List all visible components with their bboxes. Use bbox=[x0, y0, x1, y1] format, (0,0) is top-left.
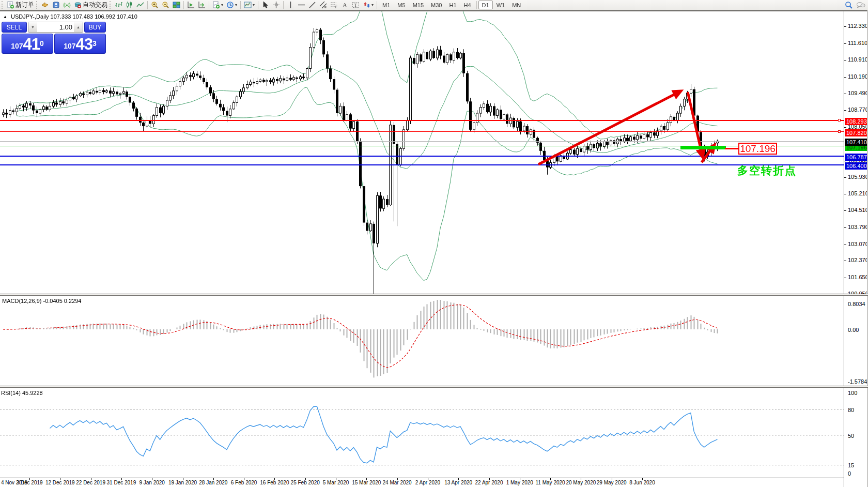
date-axis-tick bbox=[366, 478, 367, 480]
sell-button[interactable]: SELL bbox=[2, 22, 27, 33]
new-order-icon bbox=[7, 1, 14, 9]
price-callout-box[interactable]: 107.196 bbox=[738, 143, 777, 155]
timeframe-mn-button[interactable]: MN bbox=[508, 1, 524, 9]
price-axis-tick bbox=[844, 194, 846, 194]
vertical-line-icon bbox=[287, 1, 295, 9]
macd-scale-label: 0.00 bbox=[848, 327, 859, 333]
date-axis-tick bbox=[612, 478, 612, 480]
horizontal-line-icon bbox=[298, 1, 305, 9]
date-axis-tick bbox=[428, 478, 428, 480]
mql5-community-button[interactable] bbox=[51, 1, 61, 10]
macd-scale-label: -1.5784 bbox=[848, 378, 867, 385]
date-axis-tick bbox=[550, 478, 551, 480]
horizontal-price-line[interactable] bbox=[0, 131, 844, 132]
crosshair-tool-button[interactable] bbox=[271, 1, 282, 10]
date-axis[interactable]: 4 Nov 20193 Dec 201912 Dec 201922 Dec 20… bbox=[0, 478, 844, 487]
volume-increase-button[interactable]: ▲ bbox=[74, 22, 83, 32]
sell-price-display[interactable]: 107410 bbox=[2, 34, 53, 54]
chart-window-button[interactable] bbox=[40, 1, 51, 10]
price-axis-tick-label: 110.910 bbox=[848, 56, 868, 63]
line-chart-type-button[interactable] bbox=[135, 1, 146, 10]
toolbar: 新订单 自动交易 ▾ ▾ bbox=[0, 0, 868, 10]
date-axis-tick bbox=[183, 478, 183, 480]
date-axis-tick bbox=[29, 478, 30, 480]
date-axis-tick bbox=[458, 478, 459, 480]
volume-input[interactable] bbox=[37, 22, 74, 32]
vertical-line-tool-button[interactable] bbox=[285, 1, 296, 10]
price-axis-tick bbox=[844, 60, 846, 60]
timeframe-m1-button[interactable]: M1 bbox=[379, 1, 394, 9]
horizontal-line-tool-button[interactable] bbox=[296, 1, 307, 10]
buy-button[interactable]: BUY bbox=[84, 22, 106, 33]
auto-trading-icon bbox=[74, 1, 82, 9]
signals-button[interactable] bbox=[61, 1, 72, 10]
chat-button[interactable] bbox=[855, 1, 867, 10]
price-axis-tick bbox=[844, 177, 846, 178]
macd-indicator-label: MACD(12,26,9) -0.0405 0.2294 bbox=[2, 298, 81, 304]
text-label-tool-button[interactable]: T bbox=[350, 1, 361, 10]
trendline-tool-button[interactable] bbox=[307, 1, 318, 10]
auto-trading-button[interactable]: 自动交易 bbox=[72, 1, 109, 10]
timeframe-h4-button[interactable]: H4 bbox=[460, 1, 475, 9]
toolbar-separator bbox=[283, 1, 284, 9]
candlestick-chart-type-button[interactable] bbox=[124, 1, 135, 10]
bar-chart-type-button[interactable] bbox=[113, 1, 124, 10]
horizontal-price-line[interactable] bbox=[0, 120, 844, 121]
timeframe-m30-button[interactable]: M30 bbox=[427, 1, 445, 9]
turning-point-label[interactable]: 多空转折点 bbox=[737, 163, 797, 178]
timeframe-m15-button[interactable]: M15 bbox=[409, 1, 427, 9]
toolbar-separator bbox=[183, 1, 184, 9]
auto-scroll-button[interactable] bbox=[196, 1, 207, 10]
cursor-tool-button[interactable] bbox=[260, 1, 271, 10]
equidistant-channel-tool-button[interactable]: E bbox=[318, 1, 329, 10]
toolbar-drag-handle bbox=[110, 1, 112, 9]
toolbar-separator bbox=[476, 1, 477, 9]
new-order-button[interactable]: 新订单 bbox=[5, 1, 36, 10]
volume-decrease-button[interactable]: ▼ bbox=[28, 22, 37, 32]
horizontal-price-line[interactable] bbox=[0, 156, 844, 157]
volume-stepper: ▼ ▲ bbox=[28, 22, 83, 33]
text-tool-button[interactable]: A bbox=[339, 1, 350, 10]
arrows-tool-button[interactable]: ▾ bbox=[361, 1, 375, 10]
chart-title-symbol: USDJPY-,Daily bbox=[11, 13, 49, 20]
new-chart-icon bbox=[212, 1, 220, 9]
line-selection-handle[interactable] bbox=[838, 130, 841, 133]
buy-price-display[interactable]: 107433 bbox=[54, 34, 106, 54]
price-axis-tick-label: 108.770 bbox=[848, 106, 868, 113]
chart-canvas[interactable] bbox=[0, 10, 844, 487]
price-line-badge: 108.293 bbox=[845, 118, 867, 125]
cursor-icon bbox=[261, 1, 269, 9]
tile-windows-button[interactable] bbox=[171, 1, 182, 10]
trendline-icon bbox=[308, 1, 316, 9]
horizontal-price-line[interactable] bbox=[0, 164, 844, 165]
timeframe-d1-button[interactable]: D1 bbox=[478, 1, 493, 9]
line-selection-handle[interactable] bbox=[838, 119, 841, 121]
price-axis-tick-label: 111.610 bbox=[848, 40, 867, 46]
chart-shift-button[interactable] bbox=[185, 1, 196, 10]
auto-scroll-icon bbox=[198, 1, 206, 9]
zoom-out-icon bbox=[162, 1, 169, 9]
support-highlight-bar[interactable] bbox=[680, 146, 726, 149]
search-button[interactable] bbox=[843, 1, 855, 10]
macd-pane-separator[interactable] bbox=[0, 294, 868, 296]
collapse-triangle-icon[interactable]: ▲ bbox=[3, 14, 7, 19]
timeframe-m5-button[interactable]: M5 bbox=[394, 1, 409, 9]
rsi-pane-separator[interactable] bbox=[0, 386, 868, 388]
price-axis-tick-label: 105.930 bbox=[848, 174, 868, 180]
price-axis-tick-label: 109.490 bbox=[848, 90, 868, 96]
search-icon bbox=[845, 1, 853, 9]
toolbar-separator bbox=[240, 1, 241, 9]
new-chart-button[interactable]: ▾ bbox=[211, 1, 225, 10]
chart-title-ohlc: 107.333 107.483 106.992 107.410 bbox=[51, 13, 137, 20]
timeframe-w1-button[interactable]: W1 bbox=[493, 1, 509, 9]
zoom-in-button[interactable] bbox=[149, 1, 160, 10]
price-axis[interactable]: 112.330111.610110.910110.190109.490108.7… bbox=[844, 11, 867, 487]
indicators-button[interactable]: ▾ bbox=[242, 1, 256, 10]
price-axis-tick bbox=[844, 94, 846, 94]
timeframe-h1-button[interactable]: H1 bbox=[445, 1, 460, 9]
zoom-out-button[interactable] bbox=[160, 1, 171, 10]
chart-profiles-button[interactable]: ▾ bbox=[225, 1, 239, 10]
fibonacci-tool-button[interactable]: F bbox=[329, 1, 339, 10]
price-axis-tick bbox=[844, 77, 846, 78]
candlestick-chart-icon bbox=[126, 1, 133, 9]
